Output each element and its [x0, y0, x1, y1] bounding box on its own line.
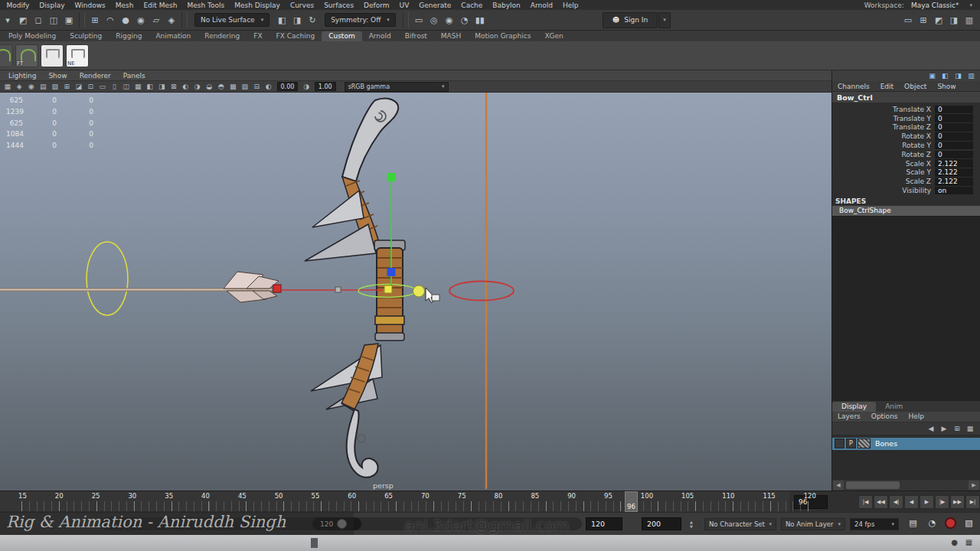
lock-camera-icon[interactable]: ◈: [14, 82, 26, 91]
channel-attribute-row[interactable]: Translate Y 0: [832, 114, 980, 123]
attribute-editor-toggle-icon[interactable]: ◨: [947, 13, 962, 28]
channel-attribute-row[interactable]: Scale X 2.122: [832, 159, 980, 168]
channel-attribute-value[interactable]: 0: [935, 142, 973, 150]
node-name[interactable]: Bow_Ctrl: [832, 92, 980, 103]
snap-point-icon[interactable]: ●: [119, 13, 133, 28]
add-layer-icon[interactable]: ⊞: [952, 424, 962, 433]
channel-box-toggle-icon[interactable]: ▥: [962, 13, 977, 28]
animation-end-field[interactable]: 200: [642, 517, 681, 530]
range-stepper-icon[interactable]: ▲▼: [687, 518, 696, 530]
select-object-icon[interactable]: ◻: [31, 13, 46, 28]
layer-scrollbar[interactable]: ◀ ▶: [832, 480, 980, 491]
channel-attribute-value[interactable]: 0: [935, 106, 973, 114]
motion-blur-icon[interactable]: ◓: [215, 82, 227, 91]
live-surface-dropdown[interactable]: No Live Surface ▾: [194, 13, 270, 27]
grease-pencil-icon[interactable]: ◪: [73, 82, 85, 91]
make-live-icon[interactable]: ◈: [165, 13, 179, 28]
channel-attribute-value[interactable]: 0: [935, 123, 973, 132]
safe-action-icon[interactable]: ◧: [144, 82, 156, 91]
grid-toggle-icon[interactable]: ⊡: [85, 82, 97, 91]
channel-box-menu-item[interactable]: Object: [899, 83, 932, 90]
select-hierarchy-icon[interactable]: ◩: [16, 13, 31, 28]
arrow-model[interactable]: [0, 272, 280, 302]
channel-attribute-value[interactable]: 0: [935, 151, 973, 159]
tool-settings-icon[interactable]: ◨: [953, 71, 964, 80]
modeling-toolkit-toggle-icon[interactable]: ◩: [932, 13, 946, 28]
xray-icon[interactable]: ▨: [239, 82, 251, 91]
modeling-toolkit-icon[interactable]: ▣: [927, 71, 938, 80]
shelf-tab[interactable]: Rendering: [198, 31, 247, 41]
channel-box-menu-item[interactable]: Channels: [832, 83, 875, 90]
field-chart-icon[interactable]: ▦: [132, 82, 145, 91]
safe-title-icon[interactable]: ◨: [156, 82, 168, 91]
fps-dropdown[interactable]: 24 fps ▾: [850, 518, 899, 530]
scroll-thumb[interactable]: [846, 481, 900, 489]
gamma-icon[interactable]: ◑: [300, 82, 312, 91]
animation-preferences-icon[interactable]: ▧: [962, 517, 975, 530]
shelf-tab[interactable]: Motion Graphics: [468, 31, 537, 41]
input-connections-icon[interactable]: ◧: [275, 13, 289, 28]
menubar-item[interactable]: Curves: [285, 2, 318, 9]
camera-attributes-icon[interactable]: ◉: [25, 82, 38, 91]
x-axis-handle[interactable]: [273, 285, 281, 292]
menubar-item[interactable]: Mesh: [110, 2, 139, 9]
channel-attribute-value[interactable]: 2.122: [935, 178, 973, 186]
menubar-item[interactable]: Windows: [70, 2, 110, 9]
gate-mask-icon[interactable]: ◫: [120, 82, 132, 91]
viewport-3d[interactable]: 625 0 0 1239 0 0 625 0 0 1084 0 0: [0, 93, 831, 491]
four-pane-layout-icon[interactable]: ⊞: [916, 13, 931, 28]
snap-grid-icon[interactable]: ⊞: [88, 13, 103, 28]
go-to-start-button[interactable]: |◀: [858, 495, 873, 509]
current-frame-marker[interactable]: 96: [625, 491, 638, 512]
output-connections-icon[interactable]: ◨: [290, 13, 305, 28]
menubar-item[interactable]: Generate: [414, 2, 456, 9]
auto-key-icon[interactable]: [945, 517, 956, 529]
channel-attribute-value[interactable]: 0: [935, 114, 973, 122]
go-to-end-button[interactable]: ▶|: [965, 495, 980, 509]
layer-next-icon[interactable]: ▶: [939, 424, 949, 433]
open-render-view-icon[interactable]: ▭: [411, 13, 426, 28]
script-editor-icon[interactable]: ▤: [906, 517, 920, 530]
menubar-item[interactable]: Mesh Tools: [182, 2, 230, 9]
snap-projected-center-icon[interactable]: ◉: [134, 13, 149, 28]
ambient-occlusion-icon[interactable]: ◒: [204, 82, 216, 91]
shelf-tab[interactable]: Poly Modeling: [2, 31, 63, 41]
resolution-gate-icon[interactable]: ▯: [109, 82, 121, 91]
layer-color-swatch[interactable]: [858, 439, 871, 448]
select-camera-icon[interactable]: ▦: [2, 82, 14, 91]
step-forward-key-button[interactable]: ▶▶: [950, 495, 965, 509]
panel-menu-item[interactable]: Panels: [117, 72, 152, 80]
construction-history-icon[interactable]: ↻: [305, 13, 320, 28]
colorspace-dropdown[interactable]: sRGB gamma ▾: [345, 82, 449, 92]
layer-editor-menu-item[interactable]: Options: [866, 412, 903, 420]
shelf-tab[interactable]: Bifrost: [398, 31, 434, 41]
shelf-tab[interactable]: FX: [247, 31, 269, 41]
channel-attribute-row[interactable]: Translate X 0: [832, 105, 980, 114]
playback-end-field[interactable]: 120: [586, 517, 622, 530]
rotate-x-ring[interactable]: [449, 282, 514, 301]
layer-editor-tab[interactable]: Anim: [876, 402, 912, 412]
multisample-icon[interactable]: ▩: [227, 82, 240, 91]
symmetry-dropdown[interactable]: Symmetry: Off ▾: [325, 13, 396, 27]
layer-playback-checkbox[interactable]: P: [846, 439, 856, 448]
sign-in-button[interactable]: ☻ Sign In: [603, 12, 658, 28]
layer-visibility-checkbox[interactable]: [835, 439, 844, 448]
single-pane-layout-icon[interactable]: ▭: [901, 13, 916, 28]
scroll-right-icon[interactable]: ▶: [969, 481, 979, 490]
playback-speed-icon[interactable]: ◔: [926, 517, 939, 530]
workspace-dropdown[interactable]: Maya Classic* ▾: [908, 2, 975, 9]
exposure-icon[interactable]: ◐: [263, 82, 275, 91]
menubar-item[interactable]: Mesh Display: [230, 2, 286, 9]
scroll-left-icon[interactable]: ◀: [833, 481, 844, 490]
menubar-item[interactable]: Help: [557, 2, 583, 9]
shelf-tab[interactable]: Arnold: [362, 31, 398, 41]
tray-icon-green-dot[interactable]: ●: [949, 537, 959, 547]
arrow-control-circle[interactable]: [87, 242, 128, 315]
snap-view-plane-icon[interactable]: ▱: [149, 13, 164, 28]
manipulator-center-handle[interactable]: [384, 285, 392, 293]
menubar-item[interactable]: Babylon: [488, 2, 525, 9]
panel-menu-item[interactable]: Renderer: [74, 72, 117, 80]
sign-in-dropdown[interactable]: ▾: [658, 12, 671, 28]
channel-attribute-value[interactable]: on: [935, 187, 973, 195]
lighting-toggle-icon[interactable]: ◐: [180, 82, 192, 91]
